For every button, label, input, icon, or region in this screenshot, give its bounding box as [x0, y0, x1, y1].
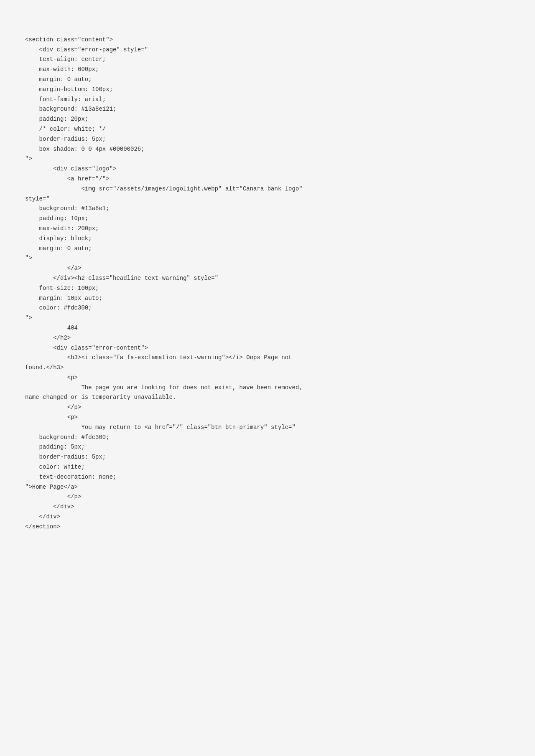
code-line: color: white;: [25, 462, 510, 472]
code-line: ">: [25, 154, 510, 164]
code-line: </div><h2 class="headline text-warning" …: [25, 274, 510, 284]
code-line: </p>: [25, 403, 510, 413]
code-line: box-shadow: 0 0 4px #00000026;: [25, 145, 510, 155]
code-line: background: #fdc300;: [25, 433, 510, 443]
code-line: margin: 0 auto;: [25, 244, 510, 254]
code-line: text-align: center;: [25, 55, 510, 65]
code-line: <div class="error-page" style=": [25, 45, 510, 55]
code-line: max-width: 600px;: [25, 65, 510, 75]
code-line: /* color: white; */: [25, 124, 510, 134]
code-line: background: #13a8e1;: [25, 204, 510, 214]
code-line: font-family: arial;: [25, 95, 510, 105]
code-line: background: #13a8e121;: [25, 104, 510, 114]
code-line: </div>: [25, 512, 510, 522]
code-line: The page you are looking for does not ex…: [25, 383, 510, 393]
code-line: name changed or is temporarity unavailab…: [25, 393, 510, 403]
code-line: 404: [25, 323, 510, 333]
code-line: style=": [25, 194, 510, 204]
code-line: <div class="logo">: [25, 164, 510, 174]
code-line: </section>: [25, 522, 510, 532]
code-line: <p>: [25, 373, 510, 383]
code-line: padding: 5px;: [25, 442, 510, 452]
code-line: padding: 20px;: [25, 114, 510, 124]
code-line: ">: [25, 254, 510, 264]
code-line: border-radius: 5px;: [25, 452, 510, 462]
code-line: <a href="/">: [25, 174, 510, 184]
code-line: display: block;: [25, 234, 510, 244]
code-line: ">: [25, 313, 510, 323]
code-line: margin-bottom: 100px;: [25, 85, 510, 95]
code-line: border-radius: 5px;: [25, 134, 510, 145]
code-line: </a>: [25, 264, 510, 274]
code-line: found.</h3>: [25, 363, 510, 373]
code-line: </h2>: [25, 333, 510, 343]
code-line: <h3><i class="fa fa-exclamation text-war…: [25, 353, 510, 363]
code-line: </p>: [25, 492, 510, 502]
code-line: margin: 10px auto;: [25, 294, 510, 304]
code-line: <section class="content">: [25, 35, 510, 45]
code-line: max-width: 200px;: [25, 224, 510, 234]
code-line: ">Home Page</a>: [25, 482, 510, 492]
code-line: <div class="error-content">: [25, 343, 510, 353]
code-line: </div>: [25, 502, 510, 512]
code-line: You may return to <a href="/" class="btn…: [25, 423, 510, 433]
code-line: text-decoration: none;: [25, 472, 510, 482]
code-line: color: #fdc300;: [25, 303, 510, 313]
code-line: <img src="/assets/images/logolight.webp"…: [25, 184, 510, 194]
code-line: margin: 0 auto;: [25, 75, 510, 85]
code-line: padding: 10px;: [25, 214, 510, 224]
code-display: <section class="content"> <div class="er…: [25, 17, 510, 540]
code-line: font-size: 100px;: [25, 284, 510, 294]
code-line: <p>: [25, 413, 510, 423]
